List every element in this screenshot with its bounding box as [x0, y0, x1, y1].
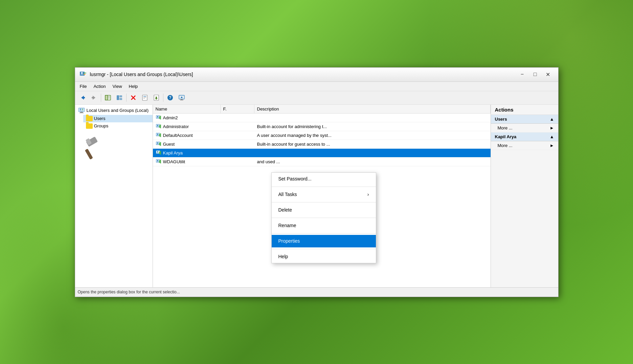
- forward-button[interactable]: [89, 92, 99, 103]
- svg-rect-36: [85, 148, 93, 160]
- hammer-area: [75, 130, 153, 165]
- tree-root-item[interactable]: Local Users and Groups (Local): [75, 106, 153, 115]
- ctx-help[interactable]: Help: [272, 250, 376, 263]
- cell-fullname: [221, 149, 254, 157]
- cell-desc: [254, 149, 491, 157]
- user-row-icon: [156, 132, 162, 138]
- view-button[interactable]: [114, 92, 125, 103]
- toolbar-sep-1: [101, 94, 101, 102]
- user-row-icon: [156, 141, 162, 147]
- hammer-icon: [79, 134, 106, 161]
- col-header-name[interactable]: Name: [153, 105, 221, 113]
- export-icon: [153, 94, 160, 101]
- properties-button[interactable]: [139, 92, 150, 103]
- actions-section-users[interactable]: Users ▲: [491, 115, 558, 124]
- window-title: lusrmgr - [Local Users and Groups (Local…: [90, 72, 516, 77]
- cell-fullname: [221, 157, 254, 166]
- svg-marker-6: [93, 96, 95, 100]
- maximize-button[interactable]: □: [529, 70, 541, 79]
- context-menu: Set Password... All Tasks › Delete Renam…: [271, 172, 376, 263]
- svg-rect-14: [119, 98, 122, 100]
- ctx-delete[interactable]: Delete: [272, 204, 376, 216]
- ctx-sep-2: [272, 202, 376, 202]
- back-icon: [79, 94, 86, 101]
- toolbar-sep-3: [163, 94, 163, 102]
- actions-item-kapil-more[interactable]: More ... ►: [491, 141, 558, 150]
- svg-rect-13: [119, 95, 122, 97]
- cell-desc: Built-in account for guest access to ...: [254, 140, 491, 148]
- tree-item-users-label: Users: [94, 116, 106, 121]
- actions-section-kapil[interactable]: Kapil Arya ▲: [491, 132, 558, 141]
- computer-icon: [78, 107, 85, 114]
- list-row[interactable]: DefaultAccount A user account managed by…: [153, 131, 491, 140]
- main-window: lusrmgr - [Local Users and Groups (Local…: [75, 67, 559, 297]
- cell-name: WDAGUtilit: [153, 157, 221, 166]
- menu-view[interactable]: View: [109, 82, 126, 90]
- cell-desc: [254, 114, 491, 122]
- svg-rect-9: [105, 95, 108, 100]
- tree-item-users[interactable]: Users: [83, 115, 153, 122]
- ctx-sep-5: [272, 249, 376, 249]
- ctx-properties[interactable]: Properties: [272, 235, 376, 247]
- list-row[interactable]: Guest Built-in account for guest access …: [153, 140, 491, 149]
- show-desktop-icon: [178, 94, 185, 101]
- svg-point-57: [157, 151, 158, 152]
- svg-rect-12: [117, 95, 119, 100]
- minimize-button[interactable]: −: [516, 70, 528, 79]
- svg-rect-7: [92, 97, 93, 98]
- cell-fullname: [221, 114, 254, 122]
- export-button[interactable]: [151, 92, 162, 103]
- svg-rect-2: [84, 73, 86, 73]
- col-header-description[interactable]: Description: [254, 105, 491, 113]
- help-button[interactable]: ?: [165, 92, 176, 103]
- cell-fullname: [221, 131, 254, 140]
- cell-name: Administrator: [153, 122, 221, 131]
- tree-children: Users Groups: [75, 115, 153, 130]
- svg-rect-5: [84, 97, 85, 98]
- list-row[interactable]: WDAGUtilit and used ...: [153, 157, 491, 166]
- svg-point-61: [157, 160, 158, 161]
- toolbar: ?: [75, 91, 558, 105]
- ctx-rename[interactable]: Rename: [272, 219, 376, 232]
- close-button[interactable]: ✕: [542, 70, 554, 79]
- back-button[interactable]: [77, 92, 88, 103]
- right-panel: Actions Users ▲ More ... ► Kapil Arya ▲ …: [491, 105, 558, 287]
- svg-point-45: [157, 125, 158, 126]
- ctx-set-password[interactable]: Set Password...: [272, 173, 376, 185]
- tree-item-groups[interactable]: Groups: [83, 122, 153, 130]
- left-panel: Local Users and Groups (Local) Users Gro…: [75, 105, 153, 287]
- menu-file[interactable]: File: [76, 82, 90, 90]
- actions-item-users-more[interactable]: More ... ►: [491, 124, 558, 132]
- svg-point-34: [80, 108, 81, 110]
- show-desktop-button[interactable]: [176, 92, 187, 103]
- show-tree-button[interactable]: [103, 92, 113, 103]
- titlebar: lusrmgr - [Local Users and Groups (Local…: [75, 68, 558, 82]
- list-row[interactable]: Administrator Built-in account for admin…: [153, 122, 491, 131]
- menu-action[interactable]: Action: [90, 82, 109, 90]
- ctx-all-tasks[interactable]: All Tasks ›: [272, 188, 376, 201]
- cell-fullname: [221, 122, 254, 131]
- list-row-selected[interactable]: Kapil Arya: [153, 149, 491, 157]
- svg-rect-3: [84, 74, 86, 75]
- cell-name: Admin2: [153, 114, 221, 122]
- user-row-icon: [156, 115, 162, 120]
- cell-desc: Built-in account for administering t...: [254, 122, 491, 131]
- statusbar-text: Opens the properties dialog box for the …: [78, 290, 180, 294]
- app-icon: [79, 70, 87, 78]
- ctx-sep-3: [272, 218, 376, 218]
- list-row[interactable]: Admin2: [153, 114, 491, 122]
- tree-root-label: Local Users and Groups (Local): [87, 108, 149, 113]
- cell-desc: A user account managed by the syst...: [254, 131, 491, 140]
- user-row-icon: [156, 150, 162, 155]
- help-icon: ?: [167, 94, 174, 101]
- window-controls: − □ ✕: [516, 70, 554, 79]
- delete-button[interactable]: [128, 92, 139, 103]
- svg-point-49: [157, 134, 158, 135]
- user-row-icon: [156, 159, 162, 164]
- menu-help[interactable]: Help: [126, 82, 141, 90]
- list-header: Name F. Description: [153, 105, 491, 114]
- svg-text:?: ?: [169, 95, 171, 100]
- folder-groups-icon: [86, 123, 93, 129]
- col-header-fullname[interactable]: F.: [221, 105, 254, 113]
- cell-fullname: [221, 140, 254, 148]
